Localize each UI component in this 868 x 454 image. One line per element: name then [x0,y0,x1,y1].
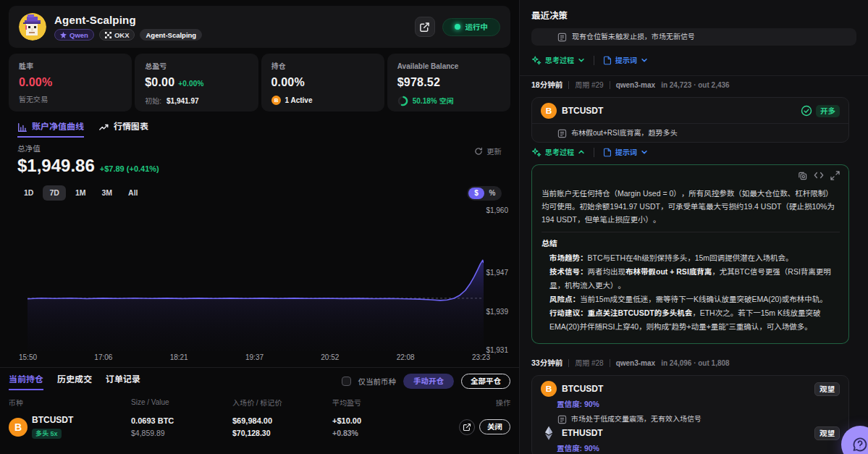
divider [610,359,610,367]
status-pill[interactable]: 运行中 [442,18,501,36]
divider [594,56,594,65]
tab-trade-history[interactable]: 历史成交 [57,374,92,390]
stat-sub-value: $1,941.97 [167,97,199,106]
col-size-value: Size / Value [131,398,232,406]
stats-row: 胜率 0.00% 暂无交易 总盈亏 $0.00+0.00% 初始:$1,941.… [9,54,510,112]
thinking-item-label: 行动建议： [549,308,588,317]
refresh-button[interactable]: 更新 [474,146,502,156]
range-all[interactable]: All [122,185,144,201]
thinking-item-label: 技术信号： [549,267,588,276]
equity-curve-plot[interactable] [28,201,484,351]
thinking-item-text: BTC与ETH在4h级别保持多头，15m回调提供潜在入场机会。 [588,253,793,262]
status-dot-icon [455,24,460,30]
chevron-down-icon [578,56,585,64]
svg-text:B: B [546,384,552,394]
position-value: $4,859.89 [131,429,232,438]
stat-label: 持仓 [271,62,374,71]
signal-note-text: 市场处于低成交量震荡，无有效入场信号 [571,414,701,424]
stat-card-balance: Available Balance $978.52 50.18% 空闲 [387,54,510,112]
action-badge[interactable]: 观望 [814,382,840,396]
positions-table-header: 币种 Size / Value 入场价 / 标记价 平均盈亏 操作 [0,393,519,411]
x-axis-label: 18:21 [170,353,188,361]
svg-text:B: B [14,421,22,433]
prompt-toggle[interactable]: 提示词 [603,56,648,65]
tab-current-positions[interactable]: 当前持仓 [9,374,43,390]
signal-action: 观望 [814,382,840,396]
tab-order-records[interactable]: 订单记录 [106,374,140,390]
range-1d[interactable]: 1D [17,185,40,201]
filter-checkbox[interactable] [342,377,351,386]
filter-label: 仅当前币种 [358,376,397,387]
divider [568,359,569,367]
manual-open-button[interactable]: 手动开仓 [403,374,454,389]
equity-header: 总净值 $1,949.86+$7.89 (+0.41%) 更新 [9,138,510,177]
signal-note-text: 布林假out+RSI底背离，趋势多头 [571,128,677,138]
unit-percent[interactable]: % [484,188,500,199]
x-axis-label: 22:08 [397,353,415,361]
stat-value-text: $0.00 [145,76,174,88]
thinking-item: 市场趋势：BTC与ETH在4h级别保持多头，15m回调提供潜在入场机会。 [549,251,840,265]
confidence-label: 置信度: 90% [557,444,840,453]
code-view-button[interactable] [814,171,824,180]
stat-label: 总盈亏 [145,62,248,71]
code-icon [814,171,824,180]
share-button[interactable] [415,17,435,37]
tab-equity-curve[interactable]: 账户净值曲线 [17,122,84,138]
model-badge-label: Qwen [69,31,88,39]
signal-row: B BTCUSDT 观望 [541,381,840,397]
svg-text:B: B [274,97,278,104]
share-position-button[interactable] [459,419,475,435]
decision-cycle: 周期 #28 [575,358,603,368]
avatar-image [19,13,46,41]
agent-header: Agent-Scalping Qwen OKX Agent-Scalping 运… [9,6,510,48]
positions-tabs: 当前持仓 历史成交 订单记录 仅当前币种 手动开仓 全部平仓 [0,368,519,390]
btc-icon: B [541,381,557,397]
btc-icon: B [541,103,557,119]
thinking-paragraph: 当前账户无任何持仓（Margin Used = 0），所有风控参数（如最大仓位数… [542,187,840,226]
unit-dollar[interactable]: $ [468,188,484,199]
tab-market-chart[interactable]: 行情图表 [98,122,148,138]
thinking-toggle-label: 思考过程 [545,56,574,65]
decision-card: B BTCUSDT 观望 置信度: 90% 市场处于低成交量震荡，无有效入场信号… [531,375,849,454]
range-1m[interactable]: 1M [69,185,93,201]
decision-model: qwen3-max [616,80,655,90]
signal-symbol: BTCUSDT [562,384,603,394]
row-actions: 关闭 [438,419,510,435]
divider [542,232,840,232]
thinking-toggle-expanded[interactable]: 思考过程 [531,147,585,157]
signal-action: 开多 [801,105,840,117]
x-axis-labels: 15:50 17:06 18:21 19:37 20:52 22:08 23:2… [19,353,490,361]
decisions-panel: 最近决策 现有仓位暂未触发止损，市场无新信号 思考过程 提示词 18分钟前 周期… [520,0,868,454]
range-3m[interactable]: 3M [95,185,119,201]
chart-tabs: 账户净值曲线 行情图表 [9,122,510,138]
x-axis-label: 23:23 [472,353,490,361]
svg-text:B: B [546,106,552,116]
thinking-item-emphasis: 重点关注BTCUSDT的多头机会 [588,308,693,317]
expand-button[interactable] [830,171,840,180]
btc-dot-icon: B [271,96,281,105]
header-actions: 运行中 [415,17,501,37]
thinking-toggle[interactable]: 思考过程 [531,55,585,65]
close-all-button[interactable]: 全部平仓 [461,374,510,389]
action-badge[interactable]: 开多 [816,105,840,117]
external-link-icon [419,22,430,33]
close-position-button[interactable]: 关闭 [479,419,510,434]
equity-total: 总净值 $1,949.86+$7.89 (+0.41%) [17,144,159,177]
copy-button[interactable] [798,171,807,180]
latest-summary: 现有仓位暂未触发止损，市场无新信号 [531,28,856,46]
action-badge[interactable]: 观望 [814,426,840,440]
decision-meta: 33分钟前 周期 #28 qwen3-max in 24,096 · out 1… [531,358,856,368]
prompt-toggle[interactable]: 提示词 [603,148,648,157]
sparkles-icon [531,147,542,157]
thinking-item-text: 当前15m成交量低迷，需等待下一K线确认放量突破EMA(20)或布林中轨。 [580,295,827,303]
thinking-box: 当前账户无任何持仓（Margin Used = 0），所有风控参数（如最大仓位数… [531,164,849,344]
chevron-down-icon [641,56,648,64]
bar-chart-icon [17,122,28,133]
thinking-item: 风险点：当前15m成交量低迷，需等待下一K线确认放量突破EMA(20)或布林中轨… [549,293,840,306]
stat-sub-value: 1 Active [285,96,313,105]
btc-icon: B [9,418,28,437]
range-7d[interactable]: 7D [43,185,65,201]
decision-links: 思考过程 提示词 [531,147,856,157]
thinking-item: 技术信号：两者均出现布林带假out + RSI底背离，尤其BTC信号更强（RSI… [549,265,840,293]
decision-tokens: in 24,723 · out 2,436 [661,80,730,90]
